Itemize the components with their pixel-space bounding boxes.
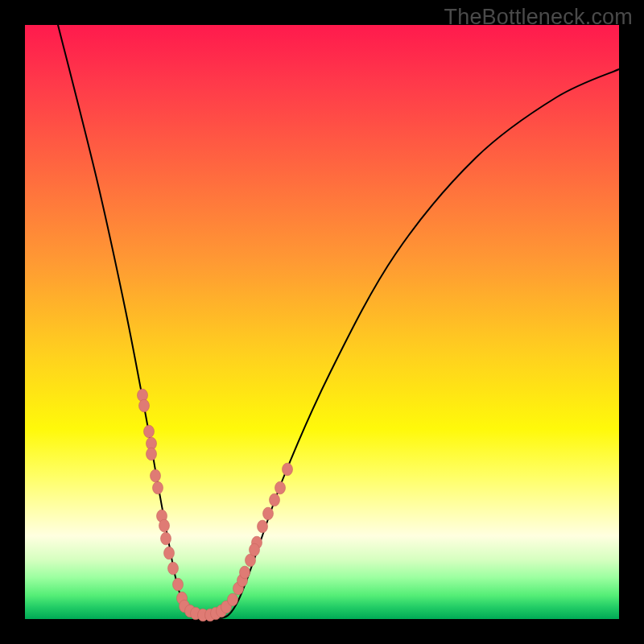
data-point (275, 481, 286, 494)
data-point (168, 562, 179, 575)
data-point (250, 543, 260, 556)
data-point (263, 507, 274, 520)
data-point (151, 469, 161, 482)
data-point (270, 493, 280, 506)
data-point (228, 593, 238, 606)
data-point (147, 448, 157, 460)
data-point (161, 532, 171, 545)
chart-overlay (25, 25, 619, 619)
data-point (164, 547, 175, 559)
scatter-points (138, 389, 293, 621)
data-point (283, 463, 293, 476)
data-point (153, 481, 163, 494)
data-point (258, 520, 268, 533)
data-point (173, 578, 184, 591)
data-point (144, 425, 155, 438)
bottleneck-curve (58, 25, 619, 622)
data-point (159, 519, 170, 532)
data-point (139, 399, 150, 412)
data-point (240, 566, 250, 579)
